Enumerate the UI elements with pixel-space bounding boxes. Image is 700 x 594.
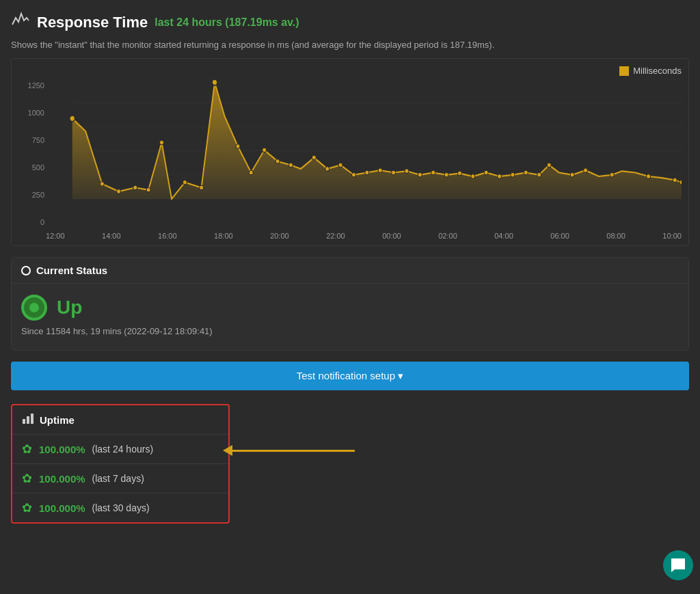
svg-point-15 <box>236 144 240 149</box>
svg-point-16 <box>249 170 253 175</box>
svg-point-38 <box>547 163 551 167</box>
uptime-star-30d: ✿ <box>22 500 32 515</box>
svg-point-30 <box>444 173 448 178</box>
svg-point-32 <box>471 174 475 179</box>
uptime-percentage-24h: 100.000% <box>39 444 85 455</box>
svg-point-31 <box>458 171 462 176</box>
svg-point-26 <box>392 170 396 175</box>
uptime-percentage-7d: 100.000% <box>39 473 85 485</box>
svg-point-28 <box>418 173 422 178</box>
svg-rect-46 <box>27 416 29 424</box>
y-axis-labels: 1250 1000 750 500 250 0 <box>18 79 44 229</box>
test-notification-button[interactable]: Test notification setup ▾ <box>11 362 689 390</box>
uptime-star-24h: ✿ <box>22 442 32 457</box>
svg-point-37 <box>537 173 541 178</box>
svg-point-34 <box>498 174 502 179</box>
svg-point-43 <box>673 178 677 183</box>
current-status-body: Up Since 11584 hrs, 19 mins (2022-09-12 … <box>12 284 688 350</box>
svg-point-20 <box>312 155 316 160</box>
arrow-head <box>223 445 232 456</box>
svg-point-23 <box>352 173 356 178</box>
chart-container: Milliseconds 1250 1000 750 500 250 0 <box>11 58 689 246</box>
uptime-period-7d: (last 7 days) <box>92 473 144 484</box>
svg-point-14 <box>212 79 217 85</box>
svg-rect-47 <box>31 414 33 424</box>
x-axis-labels: 12:00 14:00 16:00 18:00 20:00 22:00 00:0… <box>18 229 682 245</box>
response-time-icon <box>11 11 30 34</box>
page-container: Response Time last 24 hours (187.19ms av… <box>0 0 700 535</box>
svg-point-44 <box>679 180 682 185</box>
svg-point-12 <box>183 180 187 185</box>
chart-legend: Milliseconds <box>18 66 682 76</box>
svg-point-18 <box>275 159 280 164</box>
svg-point-35 <box>511 173 515 178</box>
svg-point-13 <box>200 185 204 190</box>
svg-point-19 <box>289 163 293 167</box>
status-up-text: Up <box>57 297 82 319</box>
legend-color-box <box>619 66 629 76</box>
page-title: Response Time <box>37 14 148 31</box>
svg-point-36 <box>524 170 528 175</box>
uptime-row-7d: ✿ 100.000% (last 7 days) <box>12 464 228 494</box>
uptime-row-24h: ✿ 100.000% (last 24 hours) <box>12 435 228 464</box>
svg-point-11 <box>160 140 164 145</box>
status-up-inner <box>29 303 39 312</box>
chat-icon <box>670 557 686 573</box>
svg-point-10 <box>146 188 150 193</box>
current-status-title: Current Status <box>36 265 107 276</box>
svg-point-8 <box>117 189 121 194</box>
svg-point-33 <box>484 170 488 175</box>
svg-point-29 <box>431 170 435 175</box>
svg-point-39 <box>570 173 574 178</box>
svg-point-27 <box>405 169 409 174</box>
current-status-header: Current Status <box>12 258 688 284</box>
svg-point-42 <box>647 174 651 179</box>
svg-point-22 <box>338 163 342 167</box>
svg-point-7 <box>100 182 104 187</box>
status-header-dot <box>21 266 31 275</box>
arrow-annotation <box>223 445 355 456</box>
status-up-row: Up <box>21 295 679 321</box>
svg-point-6 <box>70 116 75 122</box>
bar-chart-icon <box>22 412 34 427</box>
svg-point-40 <box>584 168 588 173</box>
uptime-row-30d: ✿ 100.000% (last 30 days) <box>12 494 228 522</box>
status-up-icon <box>21 295 47 321</box>
uptime-percentage-30d: 100.000% <box>39 502 85 514</box>
status-since: Since 11584 hrs, 19 mins (2022-09-12 18:… <box>21 326 679 336</box>
response-time-subtitle: last 24 hours (187.19ms av.) <box>154 16 299 29</box>
response-time-header: Response Time last 24 hours (187.19ms av… <box>11 11 689 34</box>
current-status-section: Current Status Up Since 11584 hrs, 19 mi… <box>11 257 689 351</box>
uptime-section: Uptime ✿ 100.000% (last 24 hours) ✿ 100.… <box>11 404 230 524</box>
svg-point-17 <box>262 148 267 152</box>
svg-point-25 <box>378 168 382 173</box>
svg-point-41 <box>610 173 614 178</box>
svg-point-24 <box>365 170 369 175</box>
arrow-line <box>232 450 355 452</box>
annotation-area: Uptime ✿ 100.000% (last 24 hours) ✿ 100.… <box>11 404 689 524</box>
chat-bubble-button[interactable] <box>663 550 693 580</box>
uptime-star-7d: ✿ <box>22 471 32 486</box>
svg-rect-45 <box>23 419 25 424</box>
uptime-period-24h: (last 24 hours) <box>92 444 153 455</box>
legend-label: Milliseconds <box>633 66 682 76</box>
response-time-description: Shows the "instant" that the monitor sta… <box>11 40 689 50</box>
svg-point-9 <box>133 185 137 190</box>
svg-point-21 <box>325 167 329 172</box>
chart-svg <box>18 79 682 229</box>
uptime-title: Uptime <box>40 414 75 426</box>
uptime-header: Uptime <box>12 405 228 435</box>
chart-area: 1250 1000 750 500 250 0 <box>18 79 682 229</box>
uptime-period-30d: (last 30 days) <box>92 502 150 513</box>
